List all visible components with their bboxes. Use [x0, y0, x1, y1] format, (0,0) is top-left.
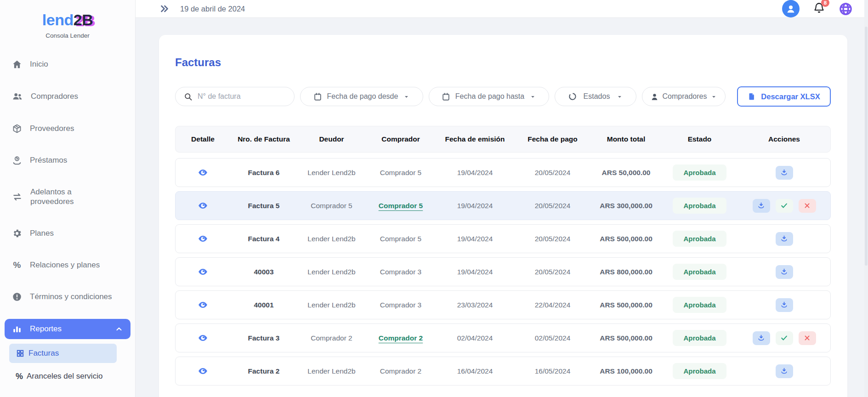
check-icon [780, 334, 788, 342]
download-invoice-button[interactable] [753, 199, 770, 213]
download-xlsx-label: Descargar XLSX [761, 92, 820, 101]
invoice-number: Factura 6 [230, 169, 297, 177]
chevron-down-icon [529, 93, 536, 100]
states-label: Estados [584, 92, 610, 101]
row-actions [738, 265, 830, 279]
detail-button[interactable] [176, 200, 230, 211]
row-actions [738, 232, 830, 246]
invoice-table-row: Factura 4 Lender Lend2b Comprador 5 19/0… [175, 224, 831, 253]
eye-icon [198, 300, 208, 310]
buyer-link[interactable]: Comprador 2 [379, 334, 423, 342]
sidebar-item-label: Proveedores [30, 124, 74, 133]
column-header: Fecha de emisión [436, 135, 514, 143]
invoice-number: 40003 [230, 268, 297, 276]
download-invoice-button[interactable] [776, 232, 793, 246]
sidebar-item-compradores[interactable]: Compradores [5, 86, 130, 107]
sidebar-subitem-facturas[interactable]: Facturas [9, 344, 117, 363]
sidebar-item-label: Préstamos [30, 155, 67, 165]
invoice-table-row: 40003 Lender Lend2b Comprador 3 19/04/20… [175, 257, 831, 286]
content-area: Facturas Fecha de pago desde Fecha de pa… [136, 18, 868, 397]
facturas-card: Facturas Fecha de pago desde Fecha de pa… [159, 35, 847, 397]
states-filter[interactable]: Estados [555, 87, 636, 106]
sidebar-item-adelantos-a-proveedores[interactable]: Adelantos a proveedores [5, 182, 130, 211]
detail-button[interactable] [176, 267, 230, 277]
sidebar-subitem-aranceles-del-servicio[interactable]: %Aranceles del servicio [9, 367, 117, 386]
user-avatar[interactable] [782, 0, 800, 17]
total-amount: ARS 500,000.00 [591, 235, 661, 243]
column-header: Comprador [366, 135, 436, 143]
person-icon [650, 92, 659, 101]
sidebar-item-planes[interactable]: Planes [5, 224, 130, 243]
column-header: Detalle [176, 135, 230, 143]
download-xlsx-button[interactable]: Descargar XLSX [737, 86, 831, 107]
download-invoice-button[interactable] [776, 364, 793, 378]
buyers-label: Compradores [663, 92, 707, 101]
filters-bar: Fecha de pago desde Fecha de pago hasta … [175, 86, 831, 107]
detail-button[interactable] [176, 366, 230, 376]
column-header: Nro. de Factura [230, 135, 297, 143]
download-invoice-button[interactable] [776, 265, 793, 279]
sidebar-item-proveedores[interactable]: Proveedores [5, 119, 130, 138]
scrollbar-thumb[interactable] [865, 27, 868, 266]
x-icon [804, 202, 811, 209]
sidebar-item-inicio[interactable]: Inicio [5, 55, 130, 74]
sidebar-item-label: Relaciones y planes [30, 260, 100, 270]
sidebar-item-t-rminos-y-condiciones[interactable]: Términos y condiciones [5, 287, 130, 306]
date-to-label: Fecha de pago hasta [455, 92, 524, 101]
person-icon [785, 3, 796, 14]
download-icon [757, 334, 765, 342]
download-invoice-button[interactable] [776, 166, 793, 180]
eye-icon [198, 200, 208, 211]
download-icon [780, 169, 788, 176]
date-from-filter[interactable]: Fecha de pago desde [300, 87, 423, 106]
debtor-name: Lender Lend2b [297, 367, 366, 375]
reject-button[interactable] [799, 331, 816, 345]
eye-icon [198, 366, 208, 376]
invoice-search-input[interactable] [198, 92, 285, 101]
globe-icon [839, 2, 853, 16]
page-scrollbar[interactable] [864, 0, 868, 397]
buyer-link[interactable]: Comprador 5 [379, 202, 423, 210]
sidebar-item-label: Reportes [30, 324, 62, 334]
download-invoice-button[interactable] [776, 298, 793, 312]
notifications-button[interactable]: 8 [813, 2, 825, 16]
invoice-search-input-wrap[interactable] [175, 87, 295, 106]
sidebar-item-label: Términos y condiciones [30, 292, 112, 301]
status-badge: Aprobada [673, 264, 726, 280]
invoice-number: 40001 [230, 301, 297, 309]
total-amount: ARS 500,000.00 [591, 301, 661, 309]
payment-date: 20/05/2024 [514, 202, 591, 210]
language-globe-button[interactable] [839, 2, 853, 16]
total-amount: ARS 800,000.00 [591, 268, 661, 276]
calendar-icon [313, 92, 322, 101]
detail-button[interactable] [176, 233, 230, 244]
collapse-sidebar-icon[interactable] [159, 3, 170, 14]
download-icon [780, 301, 788, 309]
chevron-down-icon [403, 93, 410, 100]
status-badge: Aprobada [673, 363, 726, 379]
detail-button[interactable] [176, 333, 230, 343]
sidebar-item-reportes[interactable]: Reportes [5, 319, 130, 339]
detail-button[interactable] [176, 300, 230, 310]
sidebar-subitem-label: Facturas [28, 349, 59, 358]
approve-button[interactable] [776, 199, 793, 213]
approve-button[interactable] [776, 331, 793, 345]
column-header: Monto total [591, 135, 661, 143]
date-to-filter[interactable]: Fecha de pago hasta [429, 87, 549, 106]
debtor-name: Lender Lend2b [297, 268, 366, 276]
payment-date: 20/05/2024 [514, 169, 591, 177]
sidebar-item-pr-stamos[interactable]: Préstamos [5, 151, 130, 170]
download-invoice-button[interactable] [753, 331, 770, 345]
table-header-row: DetalleNro. de FacturaDeudorCompradorFec… [175, 126, 831, 153]
calendar-icon [442, 92, 450, 101]
invoice-number: Factura 4 [230, 235, 297, 243]
buyers-filter[interactable]: Compradores [642, 87, 726, 106]
sidebar-item-relaciones-y-planes[interactable]: %Relaciones y planes [5, 255, 130, 275]
payment-date: 02/05/2024 [514, 334, 591, 342]
column-header: Deudor [297, 135, 366, 143]
buyer-name: Comprador 3 [366, 301, 436, 309]
reject-button[interactable] [799, 199, 816, 213]
sidebar-item-label: Inicio [30, 59, 48, 69]
detail-button[interactable] [176, 167, 230, 178]
sidebar: lend2B Consola Lender InicioCompradoresP… [0, 0, 136, 397]
